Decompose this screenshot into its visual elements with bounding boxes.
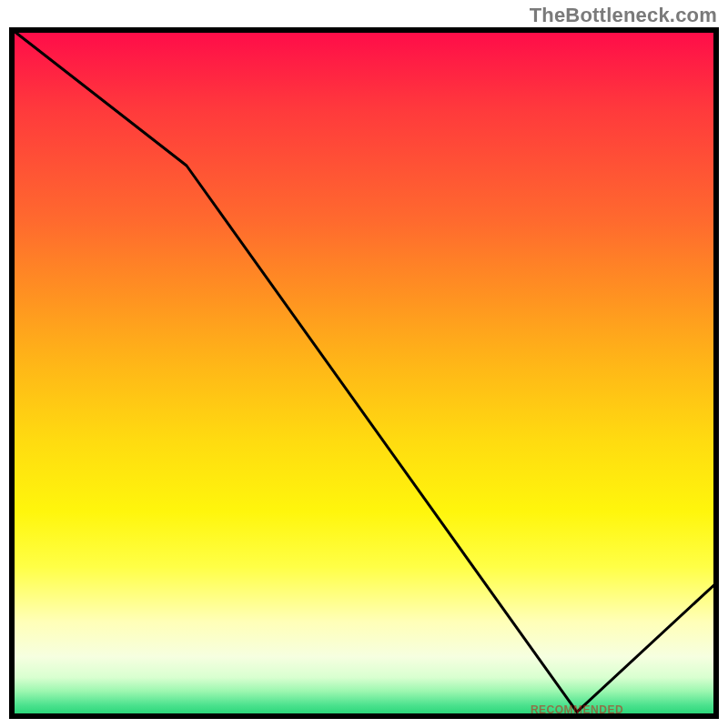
chart-container: TheBottleneck.com RECOMMENDED xyxy=(0,0,728,728)
plot-area: RECOMMENDED xyxy=(9,27,719,719)
watermark-text: TheBottleneck.com xyxy=(530,4,717,27)
gradient-background xyxy=(9,27,719,719)
